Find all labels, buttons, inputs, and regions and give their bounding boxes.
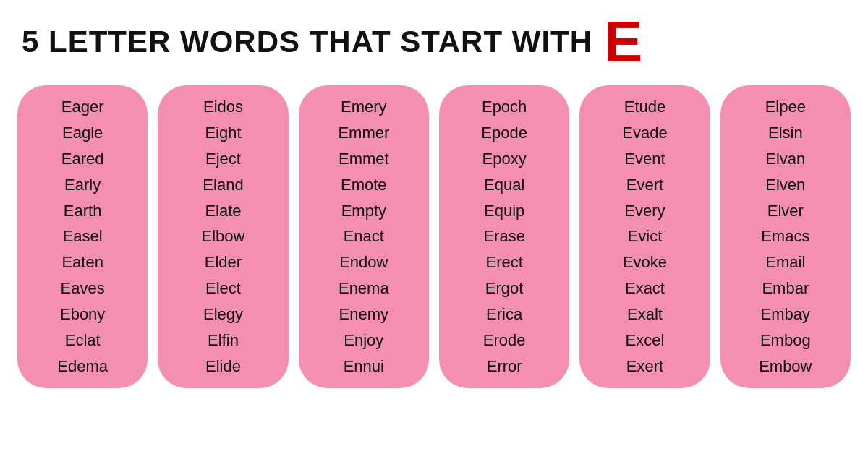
word-item: Elate: [205, 200, 241, 223]
word-item: Emacs: [761, 225, 809, 248]
word-item: Emote: [341, 174, 387, 197]
word-item: Eclat: [65, 329, 101, 352]
word-item: Eidos: [203, 95, 243, 119]
featured-letter: E: [604, 13, 642, 71]
word-item: Eagle: [62, 121, 103, 145]
word-item: Elbow: [202, 225, 245, 248]
word-item: Endow: [339, 251, 388, 274]
word-item: Epode: [481, 121, 527, 145]
word-item: Erode: [483, 329, 526, 352]
word-column-1: EagerEagleEaredEarlyEarthEaselEatenEaves…: [17, 85, 148, 388]
word-item: Evade: [622, 121, 667, 145]
word-column-6: ElpeeElsinElvanElvenElverEmacsEmailEmbar…: [720, 85, 851, 388]
word-item: Every: [624, 200, 665, 223]
word-item: Email: [765, 251, 805, 274]
word-item: Embow: [759, 355, 812, 378]
word-item: Ennui: [344, 355, 384, 378]
word-item: Easel: [63, 225, 103, 248]
word-item: Exact: [625, 277, 665, 300]
word-item: Eaves: [61, 277, 105, 300]
word-item: Ebony: [60, 303, 105, 326]
word-item: Elegy: [203, 303, 243, 326]
word-item: Etude: [624, 95, 666, 119]
page-header: 5 LETTER WORDS THAT START WITH E: [0, 0, 868, 78]
word-item: Embay: [761, 303, 810, 326]
page-title: 5 LETTER WORDS THAT START WITH: [22, 25, 592, 59]
word-item: Elide: [205, 355, 241, 378]
word-item: Emmet: [339, 147, 389, 171]
word-item: Empty: [341, 200, 386, 223]
word-item: Enjoy: [344, 329, 383, 352]
word-item: Evert: [626, 174, 663, 197]
word-item: Enema: [339, 277, 389, 300]
word-item: Erase: [483, 225, 524, 248]
word-item: Ergot: [485, 277, 524, 300]
word-item: Edema: [57, 355, 108, 378]
word-column-4: EpochEpodeEpoxyEqualEquipEraseErectErgot…: [439, 85, 569, 388]
word-item: Erect: [485, 251, 522, 274]
word-item: Embog: [760, 329, 811, 352]
word-item: Epoxy: [482, 147, 527, 171]
word-item: Emery: [341, 95, 387, 119]
word-item: Elvan: [765, 147, 805, 171]
word-item: Eared: [61, 147, 104, 171]
word-item: Eager: [61, 95, 104, 119]
word-columns: EagerEagleEaredEarlyEarthEaselEatenEaves…: [0, 78, 868, 395]
word-item: Enact: [344, 225, 384, 248]
word-item: Evict: [628, 225, 663, 248]
word-item: Emmer: [338, 121, 389, 145]
word-item: Exert: [626, 355, 663, 378]
word-item: Early: [64, 174, 101, 197]
word-item: Elect: [205, 277, 241, 300]
word-column-3: EmeryEmmerEmmetEmoteEmptyEnactEndowEnema…: [299, 85, 429, 388]
word-column-5: EtudeEvadeEventEvertEveryEvictEvokeExact…: [579, 85, 710, 388]
word-item: Elpee: [765, 95, 806, 119]
word-item: Earth: [64, 200, 102, 223]
word-item: Equal: [484, 174, 524, 197]
word-item: Embar: [762, 277, 809, 300]
word-item: Erica: [486, 303, 522, 326]
word-item: Elver: [767, 200, 804, 223]
word-item: Event: [624, 147, 665, 171]
word-item: Elven: [765, 174, 805, 197]
word-item: Eaten: [61, 251, 103, 274]
word-item: Eject: [205, 147, 241, 171]
word-item: Error: [487, 355, 522, 378]
word-item: Equip: [484, 200, 524, 223]
word-item: Elfin: [208, 329, 239, 352]
word-item: Eight: [205, 121, 241, 145]
word-item: Elder: [205, 251, 242, 274]
word-item: Elsin: [768, 121, 803, 145]
word-column-2: EidosEightEjectElandElateElbowElderElect…: [158, 85, 288, 388]
word-item: Exalt: [627, 303, 663, 326]
word-item: Eland: [203, 174, 243, 197]
word-item: Epoch: [482, 95, 527, 119]
word-item: Excel: [626, 329, 665, 352]
word-item: Evoke: [623, 251, 667, 274]
word-item: Enemy: [339, 303, 388, 326]
